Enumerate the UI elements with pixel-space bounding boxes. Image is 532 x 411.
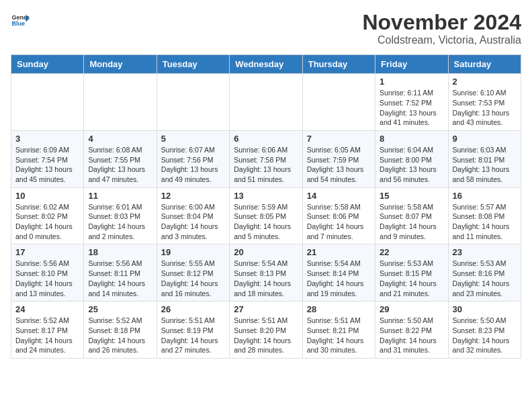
calendar-cell: 28Sunrise: 5:51 AM Sunset: 8:21 PM Dayli…	[302, 302, 375, 359]
cell-info: Sunrise: 5:51 AM Sunset: 8:19 PM Dayligh…	[161, 316, 225, 355]
cell-date: 19	[161, 247, 225, 257]
calendar-body: 1Sunrise: 6:11 AM Sunset: 7:52 PM Daylig…	[11, 74, 521, 359]
calendar-cell: 23Sunrise: 5:53 AM Sunset: 8:16 PM Dayli…	[448, 244, 521, 302]
calendar-cell: 13Sunrise: 5:59 AM Sunset: 8:05 PM Dayli…	[230, 187, 302, 244]
cell-date: 18	[88, 247, 152, 257]
col-monday: Monday	[84, 55, 157, 74]
col-sunday: Sunday	[11, 55, 84, 74]
calendar-cell	[230, 74, 302, 131]
calendar-cell: 24Sunrise: 5:52 AM Sunset: 8:17 PM Dayli…	[11, 302, 84, 359]
calendar-cell	[157, 74, 229, 131]
cell-date: 2	[453, 77, 517, 87]
cell-info: Sunrise: 5:55 AM Sunset: 8:12 PM Dayligh…	[161, 259, 225, 298]
calendar-cell: 27Sunrise: 5:51 AM Sunset: 8:20 PM Dayli…	[230, 302, 302, 359]
calendar-cell: 21Sunrise: 5:54 AM Sunset: 8:14 PM Dayli…	[302, 244, 375, 302]
cell-info: Sunrise: 5:51 AM Sunset: 8:21 PM Dayligh…	[307, 316, 371, 355]
col-friday: Friday	[375, 55, 448, 74]
col-saturday: Saturday	[448, 55, 521, 74]
cell-date: 23	[453, 247, 517, 257]
calendar-cell: 8Sunrise: 6:04 AM Sunset: 8:00 PM Daylig…	[375, 130, 448, 187]
calendar-cell: 11Sunrise: 6:01 AM Sunset: 8:03 PM Dayli…	[84, 187, 157, 244]
cell-date: 16	[453, 191, 517, 201]
cell-date: 10	[15, 191, 79, 201]
cell-info: Sunrise: 6:08 AM Sunset: 7:55 PM Dayligh…	[88, 145, 152, 185]
cell-info: Sunrise: 6:00 AM Sunset: 8:04 PM Dayligh…	[161, 202, 225, 242]
cell-date: 13	[234, 191, 298, 201]
cell-date: 25	[88, 304, 152, 314]
cell-info: Sunrise: 6:10 AM Sunset: 7:53 PM Dayligh…	[453, 88, 517, 128]
cell-info: Sunrise: 5:50 AM Sunset: 8:23 PM Dayligh…	[453, 316, 517, 355]
cell-date: 8	[380, 134, 443, 144]
cell-date: 17	[15, 247, 79, 257]
cell-date: 1	[380, 77, 443, 87]
cell-info: Sunrise: 6:07 AM Sunset: 7:56 PM Dayligh…	[161, 145, 225, 185]
cell-date: 26	[161, 304, 225, 314]
cell-info: Sunrise: 6:03 AM Sunset: 8:01 PM Dayligh…	[453, 145, 517, 185]
calendar-cell: 2Sunrise: 6:10 AM Sunset: 7:53 PM Daylig…	[448, 74, 521, 131]
calendar-table: Sunday Monday Tuesday Wednesday Thursday…	[11, 54, 521, 359]
cell-info: Sunrise: 5:53 AM Sunset: 8:15 PM Dayligh…	[380, 259, 443, 298]
col-wednesday: Wednesday	[230, 55, 302, 74]
cell-date: 5	[161, 134, 225, 144]
cell-date: 21	[307, 247, 371, 257]
calendar-cell: 14Sunrise: 5:58 AM Sunset: 8:06 PM Dayli…	[302, 187, 375, 244]
cell-info: Sunrise: 5:58 AM Sunset: 8:07 PM Dayligh…	[380, 202, 443, 242]
cell-date: 27	[234, 304, 298, 314]
cell-info: Sunrise: 6:11 AM Sunset: 7:52 PM Dayligh…	[380, 88, 443, 128]
cell-date: 22	[380, 247, 443, 257]
calendar-cell: 30Sunrise: 5:50 AM Sunset: 8:23 PM Dayli…	[448, 302, 521, 359]
svg-text:Blue: Blue	[11, 20, 25, 27]
cell-info: Sunrise: 5:56 AM Sunset: 8:11 PM Dayligh…	[88, 259, 152, 298]
cell-info: Sunrise: 5:57 AM Sunset: 8:08 PM Dayligh…	[453, 202, 517, 242]
calendar-cell: 29Sunrise: 5:50 AM Sunset: 8:22 PM Dayli…	[375, 302, 448, 359]
cell-info: Sunrise: 6:04 AM Sunset: 8:00 PM Dayligh…	[380, 145, 443, 185]
cell-info: Sunrise: 6:05 AM Sunset: 7:59 PM Dayligh…	[307, 145, 371, 185]
calendar-cell: 26Sunrise: 5:51 AM Sunset: 8:19 PM Dayli…	[157, 302, 229, 359]
calendar-cell: 1Sunrise: 6:11 AM Sunset: 7:52 PM Daylig…	[375, 74, 448, 131]
calendar-cell: 19Sunrise: 5:55 AM Sunset: 8:12 PM Dayli…	[157, 244, 229, 302]
col-thursday: Thursday	[302, 55, 375, 74]
cell-info: Sunrise: 6:06 AM Sunset: 7:58 PM Dayligh…	[234, 145, 298, 185]
calendar-cell	[302, 74, 375, 131]
calendar-cell	[84, 74, 157, 131]
calendar-header: Sunday Monday Tuesday Wednesday Thursday…	[11, 55, 521, 74]
calendar-subtitle: Coldstream, Victoria, Australia	[362, 34, 521, 46]
cell-info: Sunrise: 5:54 AM Sunset: 8:13 PM Dayligh…	[234, 259, 298, 298]
calendar-cell: 16Sunrise: 5:57 AM Sunset: 8:08 PM Dayli…	[448, 187, 521, 244]
calendar-week-0: 1Sunrise: 6:11 AM Sunset: 7:52 PM Daylig…	[11, 74, 521, 131]
cell-info: Sunrise: 5:52 AM Sunset: 8:17 PM Dayligh…	[15, 316, 79, 355]
cell-date: 29	[380, 304, 443, 314]
calendar-cell: 25Sunrise: 5:52 AM Sunset: 8:18 PM Dayli…	[84, 302, 157, 359]
calendar-cell: 12Sunrise: 6:00 AM Sunset: 8:04 PM Dayli…	[157, 187, 229, 244]
calendar-cell	[11, 74, 84, 131]
cell-info: Sunrise: 5:59 AM Sunset: 8:05 PM Dayligh…	[234, 202, 298, 242]
calendar-cell: 10Sunrise: 6:02 AM Sunset: 8:02 PM Dayli…	[11, 187, 84, 244]
cell-info: Sunrise: 5:53 AM Sunset: 8:16 PM Dayligh…	[453, 259, 517, 298]
calendar-week-2: 10Sunrise: 6:02 AM Sunset: 8:02 PM Dayli…	[11, 187, 521, 244]
cell-date: 11	[88, 191, 152, 201]
header-row: Sunday Monday Tuesday Wednesday Thursday…	[11, 55, 521, 74]
calendar-cell: 4Sunrise: 6:08 AM Sunset: 7:55 PM Daylig…	[84, 130, 157, 187]
cell-info: Sunrise: 5:54 AM Sunset: 8:14 PM Dayligh…	[307, 259, 371, 298]
calendar-cell: 15Sunrise: 5:58 AM Sunset: 8:07 PM Dayli…	[375, 187, 448, 244]
calendar-title: November 2024	[362, 11, 521, 34]
cell-date: 4	[88, 134, 152, 144]
logo-icon: General Blue	[11, 11, 30, 30]
page-header: General Blue November 2024 Coldstream, V…	[11, 11, 521, 46]
calendar-cell: 20Sunrise: 5:54 AM Sunset: 8:13 PM Dayli…	[230, 244, 302, 302]
calendar-week-4: 24Sunrise: 5:52 AM Sunset: 8:17 PM Dayli…	[11, 302, 521, 359]
cell-info: Sunrise: 5:52 AM Sunset: 8:18 PM Dayligh…	[88, 316, 152, 355]
calendar-cell: 17Sunrise: 5:56 AM Sunset: 8:10 PM Dayli…	[11, 244, 84, 302]
calendar-cell: 6Sunrise: 6:06 AM Sunset: 7:58 PM Daylig…	[230, 130, 302, 187]
cell-info: Sunrise: 6:02 AM Sunset: 8:02 PM Dayligh…	[15, 202, 79, 242]
cell-date: 28	[307, 304, 371, 314]
title-block: November 2024 Coldstream, Victoria, Aust…	[362, 11, 521, 46]
cell-info: Sunrise: 5:50 AM Sunset: 8:22 PM Dayligh…	[380, 316, 443, 355]
calendar-cell: 3Sunrise: 6:09 AM Sunset: 7:54 PM Daylig…	[11, 130, 84, 187]
cell-date: 24	[15, 304, 79, 314]
cell-date: 6	[234, 134, 298, 144]
cell-date: 20	[234, 247, 298, 257]
cell-date: 30	[453, 304, 517, 314]
cell-info: Sunrise: 5:58 AM Sunset: 8:06 PM Dayligh…	[307, 202, 371, 242]
cell-info: Sunrise: 6:01 AM Sunset: 8:03 PM Dayligh…	[88, 202, 152, 242]
